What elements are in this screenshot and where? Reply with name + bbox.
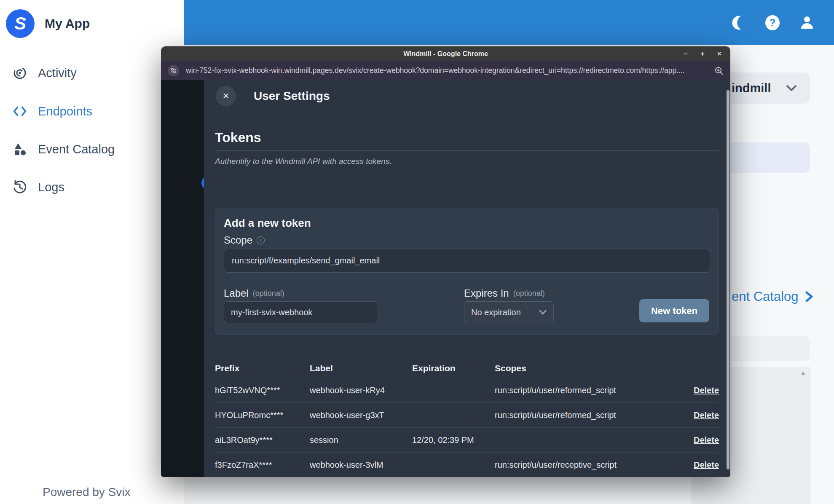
chevron-right-icon bbox=[805, 291, 814, 302]
expires-in-value: No expiration bbox=[471, 308, 521, 317]
table-row: HYOLuPRomc**** webhook-user-g3xT run:scr… bbox=[215, 402, 719, 427]
sidebar: S My App Activity Endpoints Eve bbox=[0, 0, 184, 504]
minimize-button[interactable]: – bbox=[677, 46, 694, 61]
table-row: aiL3ROat9y**** session 12/20, 02:39 PM D… bbox=[215, 427, 719, 452]
col-header-scopes: Scopes bbox=[495, 363, 681, 373]
add-token-card: Add a new token Scope i Label (optional) bbox=[215, 208, 719, 335]
table-row: hGiT52wVNQ**** webhook-user-kRy4 run:scr… bbox=[215, 378, 719, 402]
info-icon: i bbox=[257, 236, 265, 244]
sidebar-item-endpoints[interactable]: Endpoints bbox=[0, 92, 184, 130]
token-label: session bbox=[310, 435, 412, 445]
svix-logo: S bbox=[6, 9, 35, 38]
add-token-heading: Add a new token bbox=[224, 217, 710, 230]
token-prefix: hGiT52wVNQ**** bbox=[215, 386, 310, 395]
sidebar-item-event-catalog[interactable]: Event Catalog bbox=[0, 130, 184, 168]
webpage: × User Settings Tokens Authentify to the… bbox=[161, 80, 730, 477]
delete-token-link[interactable]: Delete bbox=[681, 410, 719, 420]
col-header-label: Label bbox=[310, 363, 412, 373]
event-catalog-link-label: ent Catalog bbox=[732, 289, 799, 304]
dark-mode-moon-icon[interactable] bbox=[729, 14, 746, 31]
help-icon[interactable]: ? bbox=[764, 14, 781, 31]
workspace-name: indmill bbox=[732, 81, 771, 95]
sidebar-item-label: Logs bbox=[38, 180, 64, 194]
svg-text:?: ? bbox=[770, 17, 776, 28]
chrome-window: Windmill - Google Chrome – + × win-752-f… bbox=[161, 46, 730, 477]
label-label: Label bbox=[224, 287, 249, 299]
sidebar-item-label: Event Catalog bbox=[38, 142, 115, 156]
token-label: webhook-user-g3xT bbox=[310, 410, 412, 420]
user-icon[interactable] bbox=[799, 14, 815, 31]
col-header-prefix: Prefix bbox=[215, 363, 310, 373]
token-prefix: f3FzoZ7raX**** bbox=[215, 460, 310, 470]
token-expiration: 12/20, 02:39 PM bbox=[412, 435, 495, 445]
event-catalog-link[interactable]: ent Catalog bbox=[732, 289, 814, 304]
token-label-input[interactable] bbox=[224, 301, 378, 323]
token-scopes: run:script/u/user/reformed_script bbox=[495, 386, 681, 395]
site-settings-icon[interactable] bbox=[168, 65, 179, 76]
label-optional: (optional) bbox=[253, 289, 284, 298]
user-settings-modal: × User Settings Tokens Authentify to the… bbox=[204, 80, 730, 477]
modal-scrollbar[interactable] bbox=[727, 90, 729, 469]
app-title: My App bbox=[45, 16, 90, 31]
app-brand: S My App bbox=[0, 0, 184, 47]
sidebar-item-label: Activity bbox=[38, 66, 77, 80]
window-titlebar: Windmill - Google Chrome – + × bbox=[161, 46, 730, 61]
url-text[interactable]: win-752-fix-svix-webhook-win.windmill.pa… bbox=[186, 66, 708, 75]
token-prefix: HYOLuPRomc**** bbox=[215, 410, 310, 420]
powered-by-svix: Powered by Svix bbox=[43, 485, 131, 499]
sidebar-item-label: Endpoints bbox=[38, 105, 92, 118]
expires-in-select[interactable]: No expiration bbox=[464, 301, 554, 323]
token-scopes: run:script/u/user/receptive_script bbox=[495, 460, 681, 470]
token-scopes: run:script/u/user/reformed_script bbox=[495, 410, 681, 420]
zoom-magnifier-icon[interactable] bbox=[714, 66, 724, 75]
delete-token-link[interactable]: Delete bbox=[681, 435, 719, 445]
delete-token-link[interactable]: Delete bbox=[681, 386, 719, 395]
modal-header: × User Settings bbox=[204, 80, 730, 112]
modal-title: User Settings bbox=[254, 89, 330, 103]
expires-in-label: Expires In bbox=[464, 287, 509, 299]
chevron-down-icon bbox=[538, 309, 547, 315]
endpoints-icon bbox=[13, 104, 27, 118]
logs-history-icon bbox=[13, 180, 27, 194]
tokens-description: Authentify to the Windmill API with acce… bbox=[215, 157, 719, 166]
chevron-down-icon bbox=[785, 84, 798, 92]
expires-optional: (optional) bbox=[513, 289, 545, 298]
token-label: webhook-user-3vlM bbox=[310, 460, 412, 470]
close-window-button[interactable]: × bbox=[711, 46, 728, 61]
maximize-button[interactable]: + bbox=[694, 46, 711, 61]
col-header-expiration: Expiration bbox=[412, 363, 495, 373]
event-catalog-icon bbox=[13, 142, 27, 156]
new-token-button[interactable]: New token bbox=[639, 299, 709, 322]
screen: indmill ent Catalog ▲ ? bbox=[0, 0, 834, 504]
sidebar-item-logs[interactable]: Logs bbox=[0, 168, 184, 206]
scope-label: Scope bbox=[224, 234, 252, 246]
app-header: ? bbox=[184, 0, 834, 45]
window-title: Windmill - Google Chrome bbox=[403, 50, 488, 58]
tokens-heading: Tokens bbox=[215, 130, 719, 151]
token-label: webhook-user-kRy4 bbox=[310, 386, 412, 395]
table-row: f3FzoZ7raX**** webhook-user-3vlM run:scr… bbox=[215, 452, 719, 477]
activity-icon bbox=[13, 66, 27, 80]
scroll-up-arrow[interactable]: ▲ bbox=[800, 369, 806, 376]
sidebar-item-activity[interactable]: Activity bbox=[0, 54, 184, 92]
close-modal-button[interactable]: × bbox=[216, 86, 236, 106]
delete-token-link[interactable]: Delete bbox=[681, 460, 719, 470]
url-bar[interactable]: win-752-fix-svix-webhook-win.windmill.pa… bbox=[161, 61, 730, 80]
token-prefix: aiL3ROat9y**** bbox=[215, 435, 310, 445]
scope-input[interactable] bbox=[224, 249, 710, 273]
tokens-table: Prefix Label Expiration Scopes hGiT52wVN… bbox=[215, 359, 719, 477]
table-header-row: Prefix Label Expiration Scopes bbox=[215, 359, 719, 378]
